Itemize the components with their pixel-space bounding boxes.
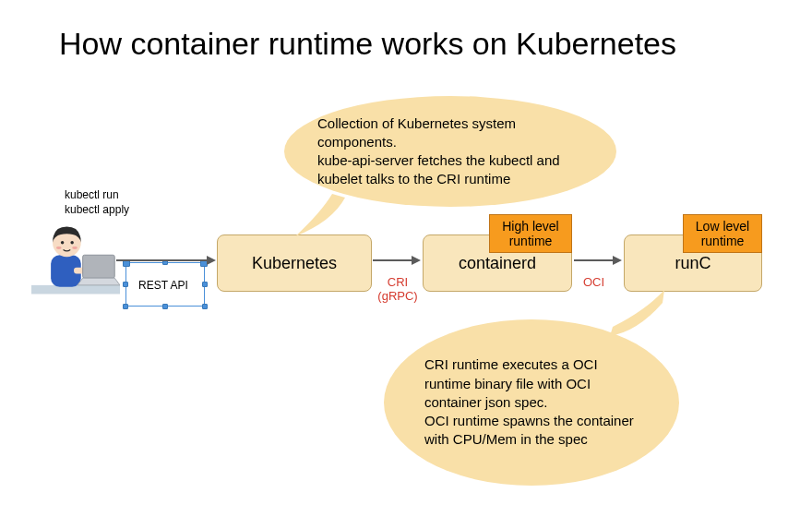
callout-tail-icon (609, 290, 674, 336)
node-runc-label: runC (675, 254, 710, 273)
interface-cri-label: CRI (gRPC) (376, 275, 419, 303)
callout-tail-icon (295, 194, 351, 240)
svg-point-5 (56, 246, 62, 249)
svg-rect-0 (31, 285, 120, 295)
arrowhead-icon (613, 256, 622, 265)
svg-rect-8 (83, 255, 115, 278)
arrowhead-icon (412, 256, 421, 265)
user-commands: kubectl run kubectl apply (65, 188, 129, 217)
arrow-containerd-to-runc (574, 259, 615, 261)
callout-runtime: CRI runtime executes a OCI runtime binar… (384, 319, 679, 486)
svg-point-3 (61, 241, 64, 244)
arrow-k8s-to-containerd (373, 259, 413, 261)
svg-point-4 (70, 241, 73, 244)
cmd-run: kubectl run (65, 188, 129, 203)
rest-api-label: REST API (138, 279, 188, 292)
cmd-apply: kubectl apply (65, 203, 129, 218)
callout-kubernetes-text: Collection of Kubernetes system componen… (317, 114, 583, 189)
diagram-title: How container runtime works on Kubernete… (59, 26, 676, 62)
node-containerd-label: containerd (459, 254, 536, 273)
callout-kubernetes: Collection of Kubernetes system componen… (284, 96, 616, 207)
svg-point-6 (72, 246, 78, 249)
interface-oci-label: OCI (583, 275, 604, 289)
callout-runtime-text: CRI runtime executes a OCI runtime binar… (424, 355, 639, 449)
arrow-user-to-k8s (116, 259, 209, 261)
badge-low-level: Low level runtime (683, 214, 762, 253)
arrowhead-icon (207, 256, 216, 265)
user-illustration (31, 216, 120, 305)
badge-high-level: High level runtime (489, 214, 572, 253)
node-kubernetes-label: Kubernetes (252, 254, 337, 273)
node-kubernetes: Kubernetes (217, 234, 372, 292)
